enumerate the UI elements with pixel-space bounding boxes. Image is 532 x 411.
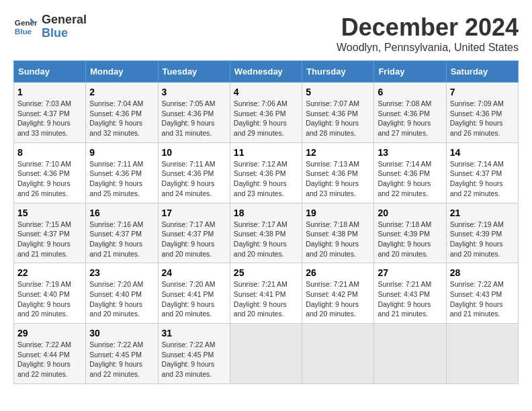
day-number: 23 — [89, 267, 154, 278]
day-number: 4 — [234, 87, 298, 97]
day-number: 25 — [234, 267, 298, 278]
day-cell: 4Sunrise: 7:06 AMSunset: 4:36 PMDaylight… — [230, 83, 302, 143]
day-detail: Sunrise: 7:19 AMSunset: 4:40 PMDaylight:… — [17, 279, 82, 319]
day-detail: Sunrise: 7:20 AMSunset: 4:40 PMDaylight:… — [89, 279, 154, 319]
day-number: 18 — [234, 208, 298, 218]
day-detail: Sunrise: 7:22 AMSunset: 4:45 PMDaylight:… — [89, 340, 154, 379]
day-cell: 1Sunrise: 7:03 AMSunset: 4:37 PMDaylight… — [14, 83, 86, 143]
day-cell: 26Sunrise: 7:21 AMSunset: 4:42 PMDayligh… — [302, 263, 374, 324]
col-header-thursday: Thursday — [302, 61, 374, 83]
day-cell — [374, 324, 446, 384]
day-detail: Sunrise: 7:17 AMSunset: 4:37 PMDaylight:… — [162, 220, 226, 259]
day-cell: 13Sunrise: 7:14 AMSunset: 4:36 PMDayligh… — [374, 142, 446, 203]
day-detail: Sunrise: 7:22 AMSunset: 4:44 PMDaylight:… — [17, 340, 82, 379]
day-detail: Sunrise: 7:04 AMSunset: 4:36 PMDaylight:… — [89, 99, 154, 138]
day-detail: Sunrise: 7:21 AMSunset: 4:41 PMDaylight:… — [234, 279, 298, 319]
day-number: 24 — [162, 267, 226, 278]
day-number: 27 — [378, 267, 442, 278]
day-cell — [230, 324, 302, 384]
day-cell: 25Sunrise: 7:21 AMSunset: 4:41 PMDayligh… — [230, 263, 302, 324]
logo-line2: Blue — [42, 27, 87, 40]
day-number: 14 — [450, 147, 515, 158]
day-number: 9 — [89, 147, 154, 158]
day-number: 17 — [162, 208, 226, 218]
week-row-2: 8Sunrise: 7:10 AMSunset: 4:36 PMDaylight… — [14, 142, 519, 203]
day-cell: 20Sunrise: 7:18 AMSunset: 4:39 PMDayligh… — [374, 203, 446, 263]
day-cell: 27Sunrise: 7:21 AMSunset: 4:43 PMDayligh… — [374, 263, 446, 324]
day-number: 1 — [17, 87, 82, 97]
day-cell — [446, 324, 518, 384]
day-number: 22 — [17, 267, 82, 278]
day-detail: Sunrise: 7:14 AMSunset: 4:36 PMDaylight:… — [378, 159, 442, 199]
day-detail: Sunrise: 7:16 AMSunset: 4:37 PMDaylight:… — [89, 220, 154, 259]
day-detail: Sunrise: 7:10 AMSunset: 4:36 PMDaylight:… — [17, 159, 82, 199]
day-number: 21 — [450, 208, 515, 218]
day-cell: 17Sunrise: 7:17 AMSunset: 4:37 PMDayligh… — [158, 203, 230, 263]
day-number: 30 — [89, 328, 154, 338]
day-cell: 21Sunrise: 7:19 AMSunset: 4:39 PMDayligh… — [446, 203, 518, 263]
day-detail: Sunrise: 7:11 AMSunset: 4:36 PMDaylight:… — [89, 159, 154, 199]
day-cell: 15Sunrise: 7:15 AMSunset: 4:37 PMDayligh… — [14, 203, 86, 263]
day-number: 19 — [306, 208, 370, 218]
day-detail: Sunrise: 7:11 AMSunset: 4:36 PMDaylight:… — [162, 159, 226, 199]
day-cell: 7Sunrise: 7:09 AMSunset: 4:36 PMDaylight… — [446, 83, 518, 143]
day-detail: Sunrise: 7:22 AMSunset: 4:43 PMDaylight:… — [450, 279, 515, 319]
day-detail: Sunrise: 7:08 AMSunset: 4:36 PMDaylight:… — [378, 99, 442, 138]
logo-text: General Blue — [42, 13, 87, 40]
week-row-3: 15Sunrise: 7:15 AMSunset: 4:37 PMDayligh… — [14, 203, 519, 263]
subtitle: Woodlyn, Pennsylvania, United States — [337, 42, 519, 54]
day-detail: Sunrise: 7:15 AMSunset: 4:37 PMDaylight:… — [17, 220, 82, 259]
day-detail: Sunrise: 7:20 AMSunset: 4:41 PMDaylight:… — [162, 279, 226, 319]
day-number: 8 — [17, 147, 82, 158]
day-cell: 30Sunrise: 7:22 AMSunset: 4:45 PMDayligh… — [86, 324, 158, 384]
col-header-wednesday: Wednesday — [230, 61, 302, 83]
day-cell: 22Sunrise: 7:19 AMSunset: 4:40 PMDayligh… — [14, 263, 86, 324]
day-cell: 9Sunrise: 7:11 AMSunset: 4:36 PMDaylight… — [86, 142, 158, 203]
day-detail: Sunrise: 7:21 AMSunset: 4:42 PMDaylight:… — [306, 279, 370, 319]
day-detail: Sunrise: 7:07 AMSunset: 4:36 PMDaylight:… — [306, 99, 370, 138]
day-number: 10 — [162, 147, 226, 158]
day-number: 6 — [378, 87, 442, 97]
day-number: 7 — [450, 87, 515, 97]
day-detail: Sunrise: 7:19 AMSunset: 4:39 PMDaylight:… — [450, 220, 515, 259]
calendar-header-row: SundayMondayTuesdayWednesdayThursdayFrid… — [14, 61, 519, 83]
day-number: 31 — [162, 328, 226, 338]
col-header-friday: Friday — [374, 61, 446, 83]
col-header-sunday: Sunday — [14, 61, 86, 83]
day-detail: Sunrise: 7:13 AMSunset: 4:36 PMDaylight:… — [306, 159, 370, 199]
day-number: 5 — [306, 87, 370, 97]
day-cell: 5Sunrise: 7:07 AMSunset: 4:36 PMDaylight… — [302, 83, 374, 143]
day-detail: Sunrise: 7:06 AMSunset: 4:36 PMDaylight:… — [234, 99, 298, 138]
logo: General Blue General Blue — [13, 13, 87, 40]
col-header-monday: Monday — [86, 61, 158, 83]
day-number: 16 — [89, 208, 154, 218]
day-cell: 8Sunrise: 7:10 AMSunset: 4:36 PMDaylight… — [14, 142, 86, 203]
week-row-4: 22Sunrise: 7:19 AMSunset: 4:40 PMDayligh… — [14, 263, 519, 324]
day-cell: 24Sunrise: 7:20 AMSunset: 4:41 PMDayligh… — [158, 263, 230, 324]
day-detail: Sunrise: 7:18 AMSunset: 4:38 PMDaylight:… — [306, 220, 370, 259]
day-number: 15 — [17, 208, 82, 218]
day-detail: Sunrise: 7:03 AMSunset: 4:37 PMDaylight:… — [17, 99, 82, 138]
calendar-table: SundayMondayTuesdayWednesdayThursdayFrid… — [13, 60, 519, 384]
day-cell: 10Sunrise: 7:11 AMSunset: 4:36 PMDayligh… — [158, 142, 230, 203]
day-cell: 12Sunrise: 7:13 AMSunset: 4:36 PMDayligh… — [302, 142, 374, 203]
day-cell: 19Sunrise: 7:18 AMSunset: 4:38 PMDayligh… — [302, 203, 374, 263]
day-cell: 2Sunrise: 7:04 AMSunset: 4:36 PMDaylight… — [86, 83, 158, 143]
day-detail: Sunrise: 7:09 AMSunset: 4:36 PMDaylight:… — [450, 99, 515, 138]
day-cell: 3Sunrise: 7:05 AMSunset: 4:36 PMDaylight… — [158, 83, 230, 143]
week-row-1: 1Sunrise: 7:03 AMSunset: 4:37 PMDaylight… — [14, 83, 519, 143]
day-number: 28 — [450, 267, 515, 278]
header: General Blue General Blue December 2024 … — [13, 13, 519, 54]
day-cell: 23Sunrise: 7:20 AMSunset: 4:40 PMDayligh… — [86, 263, 158, 324]
col-header-tuesday: Tuesday — [158, 61, 230, 83]
day-detail: Sunrise: 7:14 AMSunset: 4:37 PMDaylight:… — [450, 159, 515, 199]
day-cell: 28Sunrise: 7:22 AMSunset: 4:43 PMDayligh… — [446, 263, 518, 324]
day-cell: 6Sunrise: 7:08 AMSunset: 4:36 PMDaylight… — [374, 83, 446, 143]
day-cell: 16Sunrise: 7:16 AMSunset: 4:37 PMDayligh… — [86, 203, 158, 263]
day-detail: Sunrise: 7:12 AMSunset: 4:36 PMDaylight:… — [234, 159, 298, 199]
day-number: 11 — [234, 147, 298, 158]
day-cell: 18Sunrise: 7:17 AMSunset: 4:38 PMDayligh… — [230, 203, 302, 263]
day-detail: Sunrise: 7:18 AMSunset: 4:39 PMDaylight:… — [378, 220, 442, 259]
day-number: 13 — [378, 147, 442, 158]
main-title: December 2024 — [337, 13, 519, 42]
